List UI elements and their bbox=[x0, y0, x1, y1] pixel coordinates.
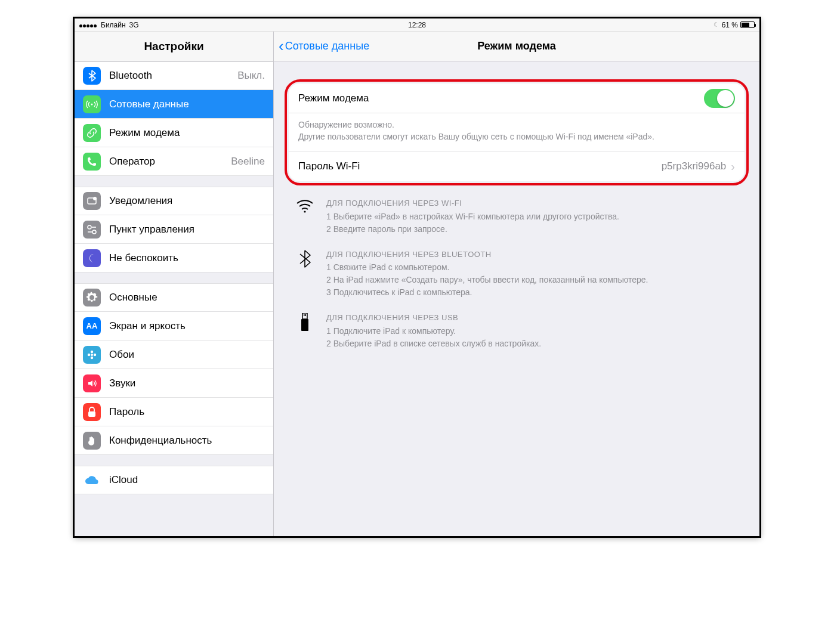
back-label: Сотовые данные bbox=[285, 40, 370, 52]
sidebar-item-label: Экран и яркость bbox=[109, 320, 265, 332]
speaker-icon bbox=[83, 374, 101, 392]
sidebar-item-label: Конфиденциальность bbox=[109, 435, 265, 447]
sidebar-item-notifications[interactable]: Уведомления bbox=[75, 187, 273, 215]
sidebar-item-hotspot[interactable]: Режим модема bbox=[75, 119, 273, 147]
gear-icon bbox=[83, 289, 101, 306]
sidebar-item-label: Обои bbox=[109, 349, 265, 361]
sidebar-item-label: Оператор bbox=[109, 156, 231, 168]
antenna-icon bbox=[83, 95, 101, 113]
sidebar-item-privacy[interactable]: Конфиденциальность bbox=[75, 426, 273, 455]
sidebar-item-passcode[interactable]: Пароль bbox=[75, 398, 273, 426]
dnd-moon-icon: ☾ bbox=[713, 21, 719, 29]
sidebar-item-label: Основные bbox=[109, 292, 265, 304]
sidebar-item-icloud[interactable]: iCloud bbox=[75, 466, 273, 494]
sidebar-item-control-center[interactable]: Пункт управления bbox=[75, 215, 273, 244]
svg-point-11 bbox=[94, 353, 96, 355]
network-label: 3G bbox=[129, 21, 139, 29]
wifi-icon bbox=[294, 197, 316, 236]
svg-rect-17 bbox=[301, 319, 308, 331]
instr-line: 1 Свяжите iPad с компьютером. bbox=[326, 261, 648, 274]
detail-pane: ‹ Сотовые данные Режим модема Режим моде… bbox=[274, 32, 759, 536]
cell-value: p5rp3kri996ab bbox=[662, 160, 727, 172]
cell-label: Пароль Wi-Fi bbox=[298, 160, 662, 172]
sidebar-item-label: Пункт управления bbox=[109, 224, 265, 236]
svg-point-9 bbox=[91, 356, 93, 358]
svg-point-2 bbox=[93, 197, 97, 200]
svg-point-13 bbox=[304, 211, 305, 213]
battery-percent: 61 % bbox=[722, 21, 738, 29]
hotspot-note: Обнаружение возможно. Другие пользовател… bbox=[289, 113, 745, 151]
bluetooth-instructions: ДЛЯ ПОДКЛЮЧЕНИЯ ЧЕРЕЗ BLUETOOTH 1 Свяжит… bbox=[294, 249, 739, 299]
instr-heading: ДЛЯ ПОДКЛЮЧЕНИЯ ЧЕРЕЗ WI-FI bbox=[326, 197, 619, 209]
bluetooth-icon bbox=[294, 249, 316, 299]
sidebar-item-label: Режим модема bbox=[109, 127, 265, 139]
sidebar-item-sounds[interactable]: Звуки bbox=[75, 369, 273, 398]
moon-icon bbox=[83, 249, 101, 267]
note-line: Обнаружение возможно. bbox=[298, 119, 735, 131]
wifi-password-row[interactable]: Пароль Wi-Fi p5rp3kri996ab › bbox=[289, 151, 745, 181]
instr-line: 2 Выберите iPad в списке сетевых служб в… bbox=[326, 338, 541, 350]
instr-line: 1 Подключите iPad к компьютеру. bbox=[326, 325, 541, 338]
instr-heading: ДЛЯ ПОДКЛЮЧЕНИЯ ЧЕРЕЗ USB bbox=[326, 312, 541, 324]
battery-icon bbox=[740, 21, 755, 28]
sidebar-item-value: Выкл. bbox=[237, 70, 265, 82]
text-size-icon: AA bbox=[83, 317, 101, 335]
detail-navbar: ‹ Сотовые данные Режим модема bbox=[274, 32, 759, 61]
signal-dots-icon bbox=[79, 21, 97, 29]
toggles-icon bbox=[83, 221, 101, 239]
detail-title: Режим модема bbox=[477, 40, 556, 52]
sidebar-item-label: iCloud bbox=[109, 474, 265, 486]
back-button[interactable]: ‹ Сотовые данные bbox=[274, 40, 369, 52]
highlighted-group: Режим модема Обнаружение возможно. Други… bbox=[285, 79, 749, 185]
svg-point-8 bbox=[91, 350, 93, 352]
instr-line: 2 Введите пароль при запросе. bbox=[326, 223, 619, 236]
cell-label: Режим модема bbox=[298, 92, 704, 104]
instr-line: 2 На iPad нажмите «Создать пару», чтобы … bbox=[326, 274, 648, 286]
sidebar-item-dnd[interactable]: Не беспокоить bbox=[75, 244, 273, 273]
status-bar: Билайн 3G 12:28 ☾ 61 % bbox=[75, 18, 759, 32]
sidebar-title: Настройки bbox=[75, 32, 273, 61]
instr-line: 1 Выберите «iPad» в настройках Wi-Fi ком… bbox=[326, 210, 619, 223]
sidebar-item-wallpaper[interactable]: Обои bbox=[75, 340, 273, 369]
sidebar-item-label: Bluetooth bbox=[109, 70, 237, 82]
phone-icon bbox=[83, 153, 101, 171]
hand-icon bbox=[83, 432, 101, 450]
bluetooth-icon bbox=[83, 67, 101, 85]
svg-rect-14 bbox=[302, 313, 307, 319]
svg-rect-12 bbox=[88, 411, 95, 417]
instr-heading: ДЛЯ ПОДКЛЮЧЕНИЯ ЧЕРЕЗ BLUETOOTH bbox=[326, 249, 648, 261]
chevron-right-icon: › bbox=[731, 160, 735, 174]
notifications-icon bbox=[83, 192, 101, 210]
svg-point-0 bbox=[91, 103, 93, 105]
instr-line: 3 Подключитесь к iPad с компьютера. bbox=[326, 286, 648, 299]
sidebar-item-label: Не беспокоить bbox=[109, 252, 265, 264]
carrier-label: Билайн bbox=[101, 21, 126, 29]
hotspot-toggle-row[interactable]: Режим модема bbox=[289, 83, 745, 113]
sidebar-item-general[interactable]: Основные bbox=[75, 283, 273, 312]
sidebar-item-label: Звуки bbox=[109, 377, 265, 389]
svg-rect-15 bbox=[304, 314, 305, 316]
clock: 12:28 bbox=[408, 21, 426, 29]
sidebar-item-label: Сотовые данные bbox=[109, 98, 265, 110]
sidebar-item-bluetooth[interactable]: Bluetooth Выкл. bbox=[75, 61, 273, 90]
svg-point-5 bbox=[92, 230, 96, 234]
sidebar-item-carrier[interactable]: Оператор Beeline bbox=[75, 147, 273, 176]
note-line: Другие пользователи смогут искать Вашу о… bbox=[298, 131, 735, 143]
cloud-icon bbox=[83, 471, 101, 489]
sidebar-item-label: Пароль bbox=[109, 406, 265, 418]
sidebar-item-value: Beeline bbox=[231, 156, 265, 168]
svg-point-3 bbox=[88, 225, 91, 229]
settings-sidebar: Настройки Bluetooth Выкл. Сотовые данные bbox=[75, 32, 274, 536]
wifi-instructions: ДЛЯ ПОДКЛЮЧЕНИЯ ЧЕРЕЗ WI-FI 1 Выберите «… bbox=[294, 197, 739, 236]
sidebar-item-display[interactable]: AA Экран и яркость bbox=[75, 312, 273, 340]
lock-icon bbox=[83, 403, 101, 421]
sidebar-item-cellular[interactable]: Сотовые данные bbox=[75, 90, 273, 119]
hotspot-switch[interactable] bbox=[704, 89, 735, 108]
svg-point-7 bbox=[91, 354, 93, 356]
svg-rect-16 bbox=[305, 314, 307, 316]
link-icon bbox=[83, 124, 101, 142]
svg-point-10 bbox=[88, 353, 90, 355]
usb-instructions: ДЛЯ ПОДКЛЮЧЕНИЯ ЧЕРЕЗ USB 1 Подключите i… bbox=[294, 312, 739, 350]
sidebar-item-label: Уведомления bbox=[109, 195, 265, 207]
flower-icon bbox=[83, 346, 101, 364]
